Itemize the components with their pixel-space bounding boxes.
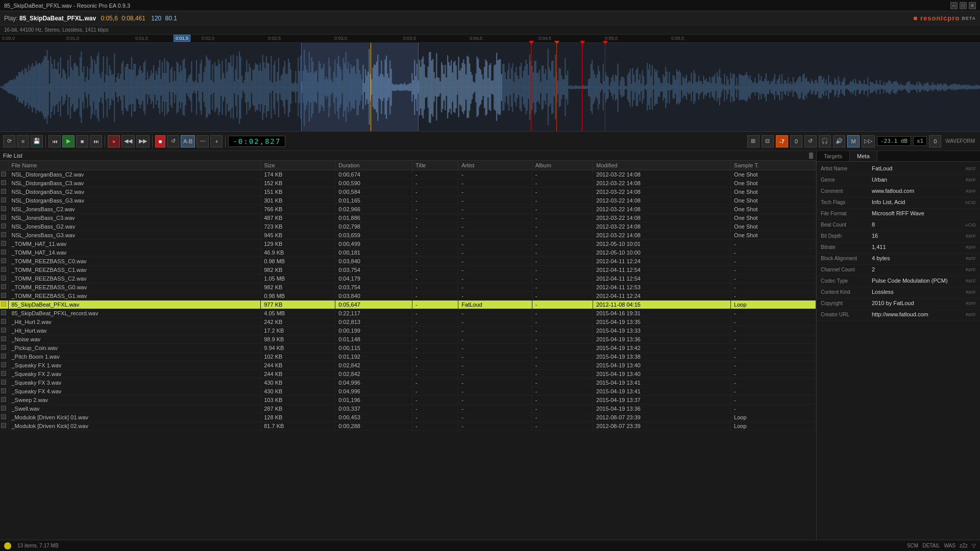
- table-row[interactable]: NSL_DistorganBass_G3.wav 301 KB 0:01,165…: [0, 196, 816, 205]
- table-row[interactable]: _TOMM_HAT_11.wav 129 KB 0:00,499 - - - 2…: [0, 240, 816, 248]
- file-list-table-wrap[interactable]: File Name Size Duration Title Artist Alb…: [0, 161, 816, 540]
- file-list-title: File List: [3, 153, 22, 159]
- waveform-canvas[interactable]: [0, 43, 980, 132]
- play-label: Play:: [4, 15, 19, 22]
- row-title: -: [412, 387, 458, 396]
- table-row[interactable]: _Squeaky FX 2.wav 244 KB 0:02,842 - - - …: [0, 370, 816, 379]
- table-row[interactable]: 85_SkipDaBeat_PFXL.wav 977 KB 0:05,647 -…: [0, 300, 816, 309]
- next-file-button[interactable]: ▶▶: [136, 135, 150, 147]
- table-row[interactable]: NSL_DistorganBass_C3.wav 152 KB 0:00,590…: [0, 179, 816, 188]
- zzz-label[interactable]: zZz: [960, 543, 968, 548]
- loop-toggle[interactable]: ↺: [167, 135, 179, 147]
- table-row[interactable]: NSL_DistorganBass_G2.wav 151 KB 0:00,584…: [0, 188, 816, 196]
- sep4: [225, 135, 226, 147]
- table-row[interactable]: _TOMM_REEZBASS_G0.wav 982 KB 0:03,754 - …: [0, 283, 816, 292]
- loop-button[interactable]: ⟳: [3, 135, 15, 147]
- table-row[interactable]: _Hit_Hurt 2.wav 242 KB 0:02,813 - - - 20…: [0, 318, 816, 327]
- row-icon-cell: [0, 335, 8, 344]
- speaker-button[interactable]: 🔊: [833, 135, 845, 147]
- table-row[interactable]: _TOMM_REEZBASS_C1.wav 982 KB 0:03,754 - …: [0, 266, 816, 274]
- skip-end-button[interactable]: ⏭: [90, 135, 102, 147]
- tab-targets[interactable]: Targets: [817, 151, 850, 161]
- stop-button[interactable]: ■: [76, 135, 88, 147]
- format-text: 16-bit, 44100 Hz, Stereo, Lossless, 1411…: [4, 27, 109, 33]
- col-size[interactable]: Size: [261, 161, 335, 170]
- zoom-out-button[interactable]: ⊟: [762, 135, 774, 147]
- table-row[interactable]: _Noise.wav 98.9 KB 0:01,148 - - - 2015-0…: [0, 335, 816, 344]
- col-title[interactable]: Title: [412, 161, 458, 170]
- col-album[interactable]: Album: [532, 161, 593, 170]
- play-button[interactable]: ▶: [62, 135, 75, 147]
- table-row[interactable]: _Modulok [Driven Kick] 01.wav 128 KB 0:0…: [0, 413, 816, 422]
- was-label[interactable]: WAS: [944, 543, 955, 548]
- table-row[interactable]: NSL_JonesBass_G3.wav 945 KB 0:03,659 - -…: [0, 231, 816, 240]
- row-size: 4.05 MB: [261, 309, 335, 318]
- prev-file-button[interactable]: ◀◀: [121, 135, 135, 147]
- detail-label[interactable]: DETAIL: [922, 543, 940, 548]
- row-album: -: [532, 188, 593, 196]
- row-album: -: [532, 309, 593, 318]
- waveform-area[interactable]: 0:00,0 0:01,0 0:01,5 0:02,0 0:02,5 0:03,…: [0, 35, 980, 132]
- table-row[interactable]: _Hit_Hurt.wav 17.2 KB 0:00,199 - - - 201…: [0, 327, 816, 335]
- meta-row: Comment www.fatloud.com RIFF: [817, 186, 980, 197]
- settings-button[interactable]: ≡: [17, 135, 29, 147]
- table-row[interactable]: _Sweep 2.wav 103 KB 0:01,196 - - - 2015-…: [0, 396, 816, 405]
- tab-meta[interactable]: Meta: [850, 151, 877, 161]
- table-row[interactable]: _TOMM_REEZBASS_C0.wav 0.98 MB 0:03,840 -…: [0, 257, 816, 266]
- table-row[interactable]: NSL_DistorganBass_C2.wav 174 KB 0:00,674…: [0, 170, 816, 179]
- row-modified: 2015-04-19 13:33: [593, 327, 731, 335]
- panel-scroll-indicator[interactable]: [809, 153, 813, 159]
- table-row[interactable]: _Squeaky FX 4.wav 430 KB 0:04,996 - - - …: [0, 387, 816, 396]
- speaker2-button[interactable]: ▷▷: [862, 135, 875, 147]
- table-row[interactable]: NSL_JonesBass_C2.wav 766 KB 0:02,966 - -…: [0, 205, 816, 214]
- zoom-in-button[interactable]: ⊞: [747, 135, 760, 147]
- headphone-button[interactable]: 🎧: [819, 135, 831, 147]
- refresh-button[interactable]: ↺: [804, 135, 817, 147]
- play-bar: Play: 85_SkipDaBeat_PFXL.wav 0:05,6 0:08…: [0, 11, 980, 26]
- table-row[interactable]: 85_SkipDaBeat_PFXL_record.wav 4.05 MB 0:…: [0, 309, 816, 318]
- row-modified: 2012-03-22 14:08: [593, 214, 731, 222]
- table-row[interactable]: _Squeaky FX 3.wav 430 KB 0:04,996 - - - …: [0, 379, 816, 387]
- record-button[interactable]: ●: [108, 135, 120, 147]
- row-filename: NSL_DistorganBass_C2.wav: [8, 170, 261, 179]
- table-row[interactable]: _TOMM_REEZBASS_C2.wav 1.05 MB 0:04,179 -…: [0, 274, 816, 283]
- scm-label[interactable]: SCM: [907, 543, 918, 548]
- zero-button[interactable]: 0: [790, 135, 802, 147]
- disk-button[interactable]: 💾: [31, 135, 43, 147]
- table-row[interactable]: _Squeaky FX 1.wav 244 KB 0:02,842 - - - …: [0, 361, 816, 370]
- plus-button[interactable]: +: [210, 135, 223, 147]
- minimize-button[interactable]: ─: [950, 2, 958, 9]
- col-duration[interactable]: Duration: [335, 161, 412, 170]
- table-row[interactable]: _Pitch Boom 1.wav 102 KB 0:01,192 - - - …: [0, 353, 816, 361]
- table-row[interactable]: _TOMM_HAT_14.wav 46.9 KB 0:00,181 - - - …: [0, 248, 816, 257]
- col-filename[interactable]: File Name: [8, 161, 261, 170]
- maximize-button[interactable]: □: [960, 2, 967, 9]
- row-icon: [1, 380, 6, 385]
- title-text: 85_SkipDaBeat_PFXL.wav - Resonic Pro EA …: [4, 3, 130, 9]
- cue-button[interactable]: ■: [155, 135, 165, 147]
- row-sample: -: [731, 292, 816, 300]
- col-artist[interactable]: Artist: [458, 161, 532, 170]
- row-filename: _Noise.wav: [8, 335, 261, 344]
- ruler-0: 0:00,0: [2, 36, 15, 41]
- row-duration: 0:05,647: [335, 300, 412, 309]
- table-row[interactable]: _Pickup_Coin.wav 9.94 KB 0:00,115 - - - …: [0, 344, 816, 353]
- table-row[interactable]: _Modulok [Driven Kick] 02.wav 81.7 KB 0:…: [0, 422, 816, 431]
- table-row[interactable]: _TOMM_REEZBASS_G1.wav 0.98 MB 0:03,840 -…: [0, 292, 816, 300]
- col-modified[interactable]: Modified: [593, 161, 731, 170]
- meta-label: Copyright: [821, 300, 872, 306]
- skip-start-button[interactable]: ⏮: [48, 135, 61, 147]
- row-album: -: [532, 300, 593, 309]
- meta-tag: RIFF: [966, 233, 976, 239]
- ab-button[interactable]: A-B: [181, 135, 195, 147]
- wave-button[interactable]: 〰: [197, 135, 209, 147]
- table-row[interactable]: NSL_JonesBass_C3.wav 487 KB 0:01,886 - -…: [0, 214, 816, 222]
- table-row[interactable]: _Swell.wav 287 KB 0:03,337 - - - 2015-04…: [0, 405, 816, 413]
- eq-button[interactable]: 0: [929, 135, 941, 147]
- close-button[interactable]: ✕: [969, 2, 976, 9]
- mute-button[interactable]: M: [847, 135, 860, 147]
- col-sampletype[interactable]: Sample T.: [731, 161, 816, 170]
- row-sample: -: [731, 257, 816, 266]
- minus7-button[interactable]: -7: [776, 135, 788, 147]
- table-row[interactable]: NSL_JonesBass_G2.wav 723 KB 0:02,798 - -…: [0, 222, 816, 231]
